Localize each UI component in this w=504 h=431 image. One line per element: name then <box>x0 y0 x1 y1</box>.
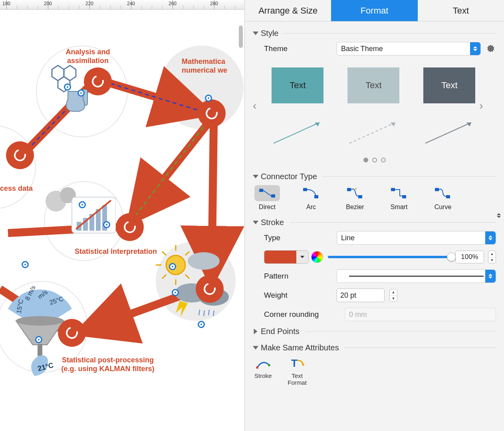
panel-tabs: Arrange & Size Format Text <box>245 0 504 22</box>
swatch-box: Text <box>423 67 475 103</box>
stroke-type-select[interactable]: Line <box>337 231 496 245</box>
node-stat-interp[interactable] <box>116 213 144 241</box>
svg-marker-50 <box>391 123 395 127</box>
node-process[interactable] <box>6 141 34 169</box>
weight-input[interactable]: 20 pt <box>337 289 385 302</box>
port[interactable] <box>172 289 179 296</box>
section-same-attr[interactable]: Make Same Attributes <box>253 343 496 352</box>
style-page-dots[interactable] <box>253 158 496 162</box>
section-title: Connector Type <box>261 172 317 181</box>
connector-label: Bezier <box>346 204 364 211</box>
section-title: Style <box>261 29 278 38</box>
chevron-down-icon <box>494 22 504 386</box>
svg-rect-56 <box>303 188 307 191</box>
connector-direct[interactable]: Direct <box>254 185 280 211</box>
svg-rect-58 <box>347 188 351 191</box>
corner-rounding-input[interactable]: 0 mm <box>345 308 496 321</box>
tab-text[interactable]: Text <box>418 0 504 21</box>
stroke-color-well[interactable] <box>264 250 309 264</box>
connector-arc[interactable]: Arc <box>298 185 324 211</box>
node-math[interactable] <box>198 99 226 127</box>
style-prev-arrow[interactable]: ‹ <box>253 99 256 112</box>
horizontal-ruler: 180 200 220 240 260 280 <box>0 0 244 10</box>
svg-point-44 <box>16 316 64 326</box>
tab-format[interactable]: Format <box>331 0 417 21</box>
same-text-format-button[interactable]: T Text Format <box>288 356 307 386</box>
port[interactable] <box>22 261 29 268</box>
section-title: End Points <box>261 327 300 336</box>
section-stroke[interactable]: Stroke <box>253 218 496 227</box>
connector-label: Curve <box>435 204 452 211</box>
node-weather[interactable] <box>196 275 224 303</box>
opacity-value[interactable]: 100% <box>455 251 484 263</box>
port[interactable] <box>103 221 110 228</box>
port[interactable] <box>64 83 71 91</box>
stroke-type-value: Line <box>341 234 355 242</box>
svg-rect-53 <box>259 189 263 192</box>
connector-label: Smart <box>391 204 408 211</box>
theme-select[interactable]: Basic Theme <box>337 42 481 55</box>
svg-point-32 <box>188 252 220 270</box>
same-stroke-button[interactable]: Stroke <box>254 356 272 386</box>
corner-label: Corner rounding <box>264 310 340 319</box>
chevron-down-icon <box>253 32 258 35</box>
section-style[interactable]: Style <box>253 29 496 38</box>
style-next-arrow[interactable]: › <box>479 99 483 112</box>
text-format-icon: T <box>289 356 305 371</box>
section-title: Make Same Attributes <box>261 343 339 352</box>
same-attr-label: Text Format <box>288 372 307 386</box>
style-swatch-2[interactable]: Text <box>347 67 399 147</box>
label-stat-interp: Statistical interpretation <box>64 247 168 256</box>
style-swatch-1[interactable]: Text <box>272 67 323 147</box>
connector-smart[interactable]: Smart <box>386 185 412 211</box>
theme-label: Theme <box>264 44 332 53</box>
section-title: Stroke <box>261 218 284 227</box>
connector-curve[interactable]: Curve <box>430 185 456 211</box>
section-connector[interactable]: Connector Type <box>253 172 496 181</box>
svg-line-30 <box>162 275 166 279</box>
pattern-select[interactable] <box>337 269 496 283</box>
opacity-slider[interactable] <box>328 256 451 258</box>
canvas-area[interactable]: 180 200 220 240 260 280 <box>0 0 244 431</box>
port[interactable] <box>79 201 86 208</box>
svg-rect-57 <box>314 195 318 198</box>
svg-line-37 <box>204 310 204 316</box>
swatch-box: Text <box>272 67 323 103</box>
stats-chart-icon <box>44 185 116 241</box>
svg-line-49 <box>349 123 395 143</box>
chevron-right-icon <box>254 329 258 334</box>
same-attr-label: Stroke <box>254 372 272 379</box>
svg-line-36 <box>199 310 200 315</box>
swatch-arrow-icon <box>423 119 475 147</box>
port[interactable] <box>169 263 176 270</box>
swatch-arrow-icon <box>272 119 323 147</box>
svg-line-51 <box>425 123 471 143</box>
port[interactable] <box>205 95 212 102</box>
port[interactable] <box>198 321 205 328</box>
inspector-panel: Arrange & Size Format Text Style Theme B… <box>244 0 504 431</box>
connector-label: Arc <box>306 204 316 211</box>
weight-stepper[interactable]: ▲▼ <box>389 289 397 302</box>
svg-line-29 <box>185 251 189 255</box>
svg-marker-35 <box>176 301 188 317</box>
label-math: Mathematica numerical we <box>182 57 244 75</box>
chevron-down-icon <box>253 221 258 224</box>
connector-bezier[interactable]: Bezier <box>342 185 368 211</box>
port[interactable] <box>77 89 85 97</box>
dot-icon <box>381 158 386 162</box>
svg-line-8 <box>104 81 202 111</box>
svg-point-65 <box>256 366 258 369</box>
tab-arrange-size[interactable]: Arrange & Size <box>245 0 331 21</box>
section-endpoints[interactable]: End Points <box>253 327 496 336</box>
port[interactable] <box>35 336 42 343</box>
node-analysis[interactable] <box>84 67 112 95</box>
style-swatch-3[interactable]: Text <box>423 67 475 147</box>
chevron-down-icon <box>253 346 258 350</box>
color-picker-icon[interactable] <box>311 251 323 263</box>
svg-rect-55 <box>271 194 275 198</box>
svg-point-66 <box>268 364 270 366</box>
pattern-label: Pattern <box>264 272 332 281</box>
svg-line-54 <box>263 190 271 196</box>
node-postproc[interactable] <box>58 319 86 347</box>
svg-line-39 <box>213 310 214 316</box>
